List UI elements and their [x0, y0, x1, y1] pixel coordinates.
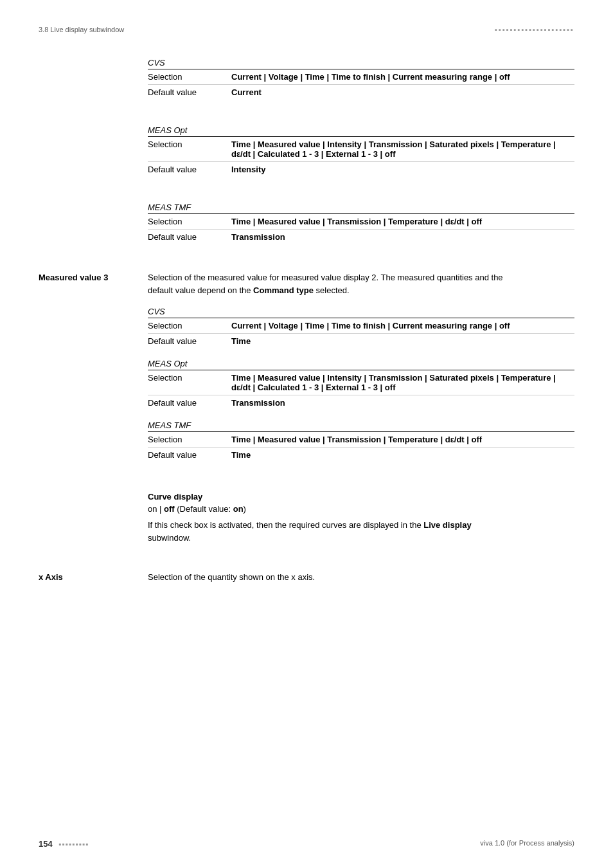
default-value: Time — [231, 334, 574, 349]
content-area: CVS Selection Current | Voltage | Time |… — [39, 53, 574, 607]
meas-tmf-label-1: MEAS TMF — [148, 203, 574, 212]
meas-opt-label-2: MEAS Opt — [148, 359, 574, 368]
table-row: Default value Intensity — [148, 162, 574, 177]
curve-display-title: Curve display — [148, 492, 574, 502]
page-footer: 154 ▪▪▪▪▪▪▪▪▪ viva 1.0 (for Process anal… — [0, 839, 613, 849]
x-axis-content: Selection of the quantity shown on the x… — [148, 571, 574, 594]
selection-label: Selection — [148, 318, 231, 334]
selection-label: Selection — [148, 370, 231, 395]
meas-tmf-table-2: Selection Time | Measured value | Transm… — [148, 431, 574, 462]
table-row: Default value Time — [148, 334, 574, 349]
default-value: Time — [231, 448, 574, 463]
meas-tmf-table-1: Selection Time | Measured value | Transm… — [148, 213, 574, 244]
selection-value: Time | Measured value | Transmission | T… — [231, 214, 574, 230]
meas-tmf-section-1: MEAS TMF Selection Time | Measured value… — [148, 197, 574, 255]
selection-value: Time | Measured value | Transmission | T… — [231, 432, 574, 448]
default-label: Default value — [148, 395, 231, 411]
page-header: 3.8 Live display subwindow ▪▪▪▪▪▪▪▪▪▪▪▪▪… — [39, 26, 574, 33]
footer-right: viva 1.0 (for Process analysis) — [480, 839, 574, 849]
curve-display-section: Curve display on | off (Default value: o… — [148, 492, 574, 554]
cvs-label-2: CVS — [148, 307, 574, 316]
default-value: Transmission — [231, 395, 574, 411]
meas-opt-section-1: MEAS Opt Selection Time | Measured value… — [148, 120, 574, 187]
selection-label: Selection — [148, 69, 231, 85]
table-row: Selection Time | Measured value | Transm… — [148, 214, 574, 230]
measured-value-3-description: Selection of the measured value for meas… — [148, 271, 508, 296]
measured-value-3-section: Measured value 3 Selection of the measur… — [39, 271, 574, 473]
section-title: 3.8 Live display subwindow — [39, 26, 124, 33]
default-label: Default value — [148, 334, 231, 349]
default-label: Default value — [148, 85, 231, 100]
selection-label: Selection — [148, 137, 231, 162]
meas-opt-label-1: MEAS Opt — [148, 125, 574, 135]
x-axis-section: x Axis Selection of the quantity shown o… — [39, 571, 574, 594]
default-value: Current — [231, 85, 574, 100]
table-row: Selection Current | Voltage | Time | Tim… — [148, 318, 574, 334]
default-label: Default value — [148, 162, 231, 177]
meas-opt-table-2: Selection Time | Measured value | Intens… — [148, 370, 574, 410]
page-number: 154 — [39, 839, 53, 849]
default-label: Default value — [148, 448, 231, 463]
table-row: Selection Time | Measured value | Transm… — [148, 432, 574, 448]
header-dots: ▪▪▪▪▪▪▪▪▪▪▪▪▪▪▪▪▪▪▪▪▪ — [495, 26, 574, 33]
cvs-table-1: Selection Current | Voltage | Time | Tim… — [148, 69, 574, 100]
table-row: Default value Time — [148, 448, 574, 463]
table-row: Selection Time | Measured value | Intens… — [148, 137, 574, 162]
curve-display-description: If this check box is activated, then the… — [148, 519, 508, 544]
table-row: Selection Time | Measured value | Intens… — [148, 370, 574, 395]
footer-left: 154 ▪▪▪▪▪▪▪▪▪ — [39, 839, 89, 849]
table-row: Default value Transmission — [148, 230, 574, 245]
table-row: Selection Current | Voltage | Time | Tim… — [148, 69, 574, 85]
measured-value-3-content: Selection of the measured value for meas… — [148, 271, 574, 473]
default-label: Default value — [148, 230, 231, 245]
selection-label: Selection — [148, 214, 231, 230]
default-value: Intensity — [231, 162, 574, 177]
meas-opt-table-1: Selection Time | Measured value | Intens… — [148, 136, 574, 177]
meas-tmf-label-2: MEAS TMF — [148, 420, 574, 430]
on-off-line: on | off (Default value: on) — [148, 504, 574, 514]
cvs-table-2: Selection Current | Voltage | Time | Tim… — [148, 318, 574, 348]
footer-dots: ▪▪▪▪▪▪▪▪▪ — [58, 840, 89, 849]
table-row: Default value Current — [148, 85, 574, 100]
x-axis-label: x Axis — [39, 571, 148, 594]
selection-value: Time | Measured value | Intensity | Tran… — [231, 370, 574, 395]
table-row: Default value Transmission — [148, 395, 574, 411]
selection-value: Time | Measured value | Intensity | Tran… — [231, 137, 574, 162]
cvs-label-1: CVS — [148, 58, 574, 68]
cvs-section-1: CVS Selection Current | Voltage | Time |… — [148, 53, 574, 110]
selection-label: Selection — [148, 432, 231, 448]
selection-value: Current | Voltage | Time | Time to finis… — [231, 69, 574, 85]
measured-value-3-label: Measured value 3 — [39, 271, 148, 473]
selection-value: Current | Voltage | Time | Time to finis… — [231, 318, 574, 334]
x-axis-description: Selection of the quantity shown on the x… — [148, 571, 508, 584]
default-value: Transmission — [231, 230, 574, 245]
